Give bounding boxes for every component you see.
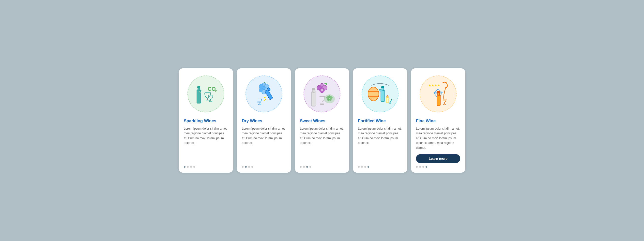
dry-wines-icon-circle <box>246 76 282 112</box>
svg-point-6 <box>201 90 202 91</box>
sparkling-wines-dots <box>184 166 195 168</box>
dry-wines-title: Dry Wines <box>242 118 262 124</box>
fortified-wine-dot-3[interactable] <box>368 166 369 168</box>
fortified-wine-title: Fortified Wine <box>358 118 386 124</box>
svg-point-18 <box>265 99 266 100</box>
card-dry-wines: Dry WinesLorem ipsum dolor sit dim amet,… <box>237 68 291 173</box>
sparkling-wines-icon-area: CO 2 <box>184 74 228 114</box>
fine-wine-dots <box>416 166 427 168</box>
fortified-wine-dot-1[interactable] <box>361 166 363 168</box>
svg-text:2: 2 <box>215 89 217 93</box>
fortified-wine-icon-area <box>358 74 402 114</box>
svg-rect-41 <box>381 86 384 88</box>
sparkling-wines-title: Sparkling Wines <box>184 118 216 124</box>
fine-wine-dot-1[interactable] <box>419 166 421 168</box>
sparkling-wines-dot-1[interactable] <box>187 166 189 168</box>
card-fortified-wine: Fortified WineLorem ipsum dolor sit dim … <box>353 68 407 173</box>
dry-wines-dot-0[interactable] <box>242 166 244 168</box>
svg-rect-26 <box>312 92 316 106</box>
svg-point-44 <box>387 96 388 98</box>
fine-wine-icon-circle: ★★★★ <box>420 76 456 112</box>
cards-container: CO 2 Sparkling WinesLorem ipsum dolor si… <box>179 68 465 173</box>
fine-wine-title: Fine Wine <box>416 118 436 124</box>
svg-rect-4 <box>197 86 200 88</box>
fine-wine-icon-area: ★★★★ <box>416 74 460 114</box>
sparkling-wines-dot-3[interactable] <box>193 166 195 168</box>
svg-text:CO: CO <box>208 86 216 92</box>
sparkling-wines-body: Lorem ipsum dolor sit dim amet, mea regi… <box>184 126 228 162</box>
svg-rect-53 <box>437 91 440 93</box>
dry-wines-body: Lorem ipsum dolor sit dim amet, mea regi… <box>242 126 286 162</box>
fortified-wine-dot-2[interactable] <box>364 166 366 168</box>
fortified-wine-icon-circle <box>362 76 398 112</box>
fine-wine-dot-2[interactable] <box>422 166 424 168</box>
svg-rect-2 <box>197 90 201 103</box>
fine-wine-dot-3[interactable] <box>426 166 427 168</box>
svg-rect-51 <box>437 95 440 106</box>
svg-rect-39 <box>381 90 385 102</box>
sweet-wines-title: Sweet Wines <box>300 118 326 124</box>
fine-wine-learn-more-button[interactable]: Learn more <box>416 154 460 163</box>
svg-point-17 <box>264 97 266 98</box>
sweet-wines-body: Lorem ipsum dolor sit dim amet, mea regi… <box>300 126 344 162</box>
card-sweet-wines: ❄ Sweet WinesLorem ipsum dolor sit dim a… <box>295 68 349 173</box>
dry-wines-dot-2[interactable] <box>248 166 250 168</box>
fine-wine-body: Lorem ipsum dolor sit dim amet, mea regi… <box>416 126 460 150</box>
dry-wines-icon-area <box>242 74 286 114</box>
svg-point-19 <box>264 100 265 101</box>
svg-point-5 <box>200 92 201 93</box>
svg-rect-15 <box>265 90 273 100</box>
sweet-wines-dot-2[interactable] <box>306 166 308 168</box>
svg-rect-20 <box>257 101 261 103</box>
svg-point-46 <box>379 89 381 91</box>
card-fine-wine: ★★★★ Fine WineLorem ipsum dolor sit dim … <box>411 68 465 173</box>
sparkling-wines-icon-circle: CO 2 <box>188 76 224 112</box>
card-sparkling-wines: CO 2 Sparkling WinesLorem ipsum dolor si… <box>179 68 233 173</box>
sweet-wines-dot-3[interactable] <box>310 166 311 168</box>
svg-point-34 <box>329 98 332 101</box>
fortified-wine-dots <box>358 166 369 168</box>
svg-rect-54 <box>443 99 446 101</box>
dry-wines-dot-1[interactable] <box>245 166 247 168</box>
dry-wines-dot-3[interactable] <box>252 166 253 168</box>
fortified-wine-dot-0[interactable] <box>358 166 360 168</box>
sweet-wines-icon-area: ❄ <box>300 74 344 114</box>
dry-wines-dots <box>242 166 253 168</box>
fine-wine-dot-0[interactable] <box>416 166 418 168</box>
svg-text:★★★★: ★★★★ <box>428 84 440 87</box>
svg-rect-28 <box>312 88 315 90</box>
sweet-wines-dot-0[interactable] <box>300 166 302 168</box>
fortified-wine-body: Lorem ipsum dolor sit dim amet, mea regi… <box>358 126 402 162</box>
sweet-wines-dots <box>300 166 311 168</box>
sweet-wines-dot-1[interactable] <box>303 166 305 168</box>
sweet-wines-icon-circle: ❄ <box>304 76 340 112</box>
svg-point-7 <box>199 91 200 92</box>
sparkling-wines-dot-0[interactable] <box>184 166 186 168</box>
sparkling-wines-dot-2[interactable] <box>190 166 192 168</box>
svg-text:❄: ❄ <box>320 88 324 92</box>
